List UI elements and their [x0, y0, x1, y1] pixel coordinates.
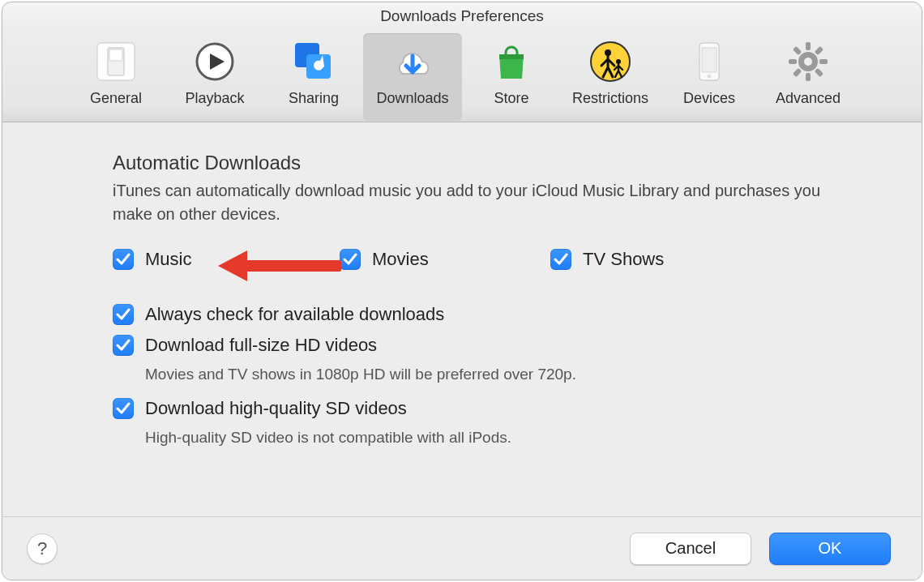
tab-devices[interactable]: Devices: [660, 33, 759, 121]
checkbox-label: Download high-quality SD videos: [145, 398, 407, 419]
tab-label: Downloads: [376, 90, 448, 107]
tab-playback[interactable]: Playback: [165, 33, 264, 121]
cancel-button[interactable]: Cancel: [630, 533, 751, 565]
checkbox-tvshows[interactable]: [550, 249, 571, 270]
svg-rect-6: [499, 54, 524, 59]
svg-point-22: [804, 58, 812, 66]
section-title: Automatic Downloads: [113, 152, 905, 174]
svg-rect-18: [815, 46, 823, 55]
sharing-icon: [290, 38, 337, 85]
aux-text-hd: Movies and TV shows in 1080p HD will be …: [145, 366, 905, 383]
phone-icon: [686, 38, 733, 85]
checkbox-sd-videos[interactable]: [113, 398, 134, 419]
checkbox-label: Music: [145, 249, 191, 270]
footer: ? Cancel OK: [2, 516, 922, 580]
aux-text-sd: High-quality SD video is not compatible …: [145, 429, 905, 447]
tab-label: Devices: [683, 90, 735, 107]
button-label: OK: [819, 539, 842, 558]
window-title: Downloads Preferences: [380, 7, 544, 25]
tab-store[interactable]: Store: [462, 33, 561, 121]
tab-label: Store: [494, 90, 528, 107]
tab-label: General: [90, 90, 142, 107]
svg-rect-21: [815, 68, 823, 77]
svg-rect-11: [702, 48, 717, 72]
help-icon: ?: [37, 538, 47, 559]
checkbox-always-check[interactable]: [113, 304, 134, 325]
svg-rect-20: [793, 46, 802, 55]
shopping-bag-icon: [488, 38, 535, 85]
button-label: Cancel: [665, 539, 716, 558]
checkbox-music[interactable]: [113, 249, 134, 270]
checkbox-label: Always check for available downloads: [145, 304, 444, 325]
switch-icon: [92, 38, 139, 85]
checkbox-row-sd: Download high-quality SD videos: [113, 398, 905, 419]
tab-label: Restrictions: [572, 90, 648, 107]
svg-rect-19: [793, 68, 802, 77]
parental-icon: [587, 38, 634, 85]
content-pane: Automatic Downloads iTunes can automatic…: [2, 122, 922, 447]
toolbar: General Playback Sharing: [2, 30, 922, 122]
ok-button[interactable]: OK: [769, 533, 891, 565]
help-button[interactable]: ?: [27, 533, 58, 564]
gear-icon: [785, 38, 832, 85]
svg-rect-15: [806, 73, 811, 81]
checkbox-hd-videos[interactable]: [113, 335, 134, 356]
checkbox-movies[interactable]: [340, 249, 361, 270]
tab-downloads[interactable]: Downloads: [363, 33, 462, 121]
tab-advanced[interactable]: Advanced: [759, 33, 858, 121]
svg-rect-17: [819, 59, 828, 64]
svg-rect-14: [806, 42, 811, 50]
tab-label: Advanced: [776, 90, 841, 107]
checkbox-row-movies: Movies: [340, 249, 550, 270]
svg-rect-16: [789, 59, 797, 64]
checkbox-row-hd: Download full-size HD videos: [113, 335, 905, 356]
checkbox-label: Download full-size HD videos: [145, 335, 377, 356]
svg-point-12: [708, 75, 712, 79]
section-description: iTunes can automatically download music …: [113, 179, 842, 226]
checkbox-row-always: Always check for available downloads: [113, 304, 905, 325]
cloud-download-icon: [389, 38, 436, 85]
tab-sharing[interactable]: Sharing: [264, 33, 363, 121]
tab-restrictions[interactable]: Restrictions: [561, 33, 660, 121]
tab-label: Playback: [185, 90, 244, 107]
window-titlebar: Downloads Preferences: [2, 2, 922, 30]
checkbox-label: Movies: [372, 249, 429, 270]
play-icon: [191, 38, 238, 85]
checkbox-row-tvshows: TV Shows: [550, 249, 905, 270]
checkbox-label: TV Shows: [583, 249, 664, 270]
checkbox-row-music: Music: [113, 249, 340, 270]
tab-general[interactable]: General: [66, 33, 165, 121]
svg-rect-2: [109, 49, 122, 61]
preferences-window: Downloads Preferences General Playback: [2, 2, 922, 580]
tab-label: Sharing: [289, 90, 339, 107]
